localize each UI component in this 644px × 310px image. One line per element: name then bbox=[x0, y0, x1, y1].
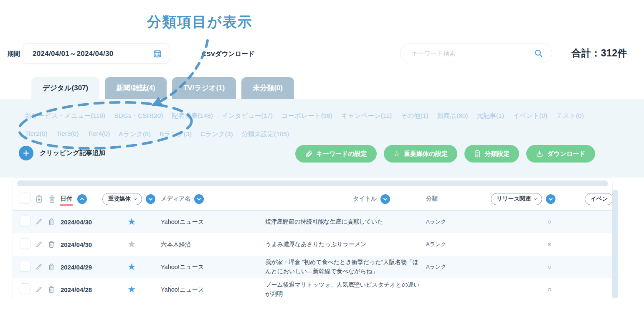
trash-icon[interactable] bbox=[48, 263, 55, 271]
category-filter-link[interactable]: 元記事(1) bbox=[477, 112, 504, 120]
category-filter-link[interactable]: テスト(0) bbox=[556, 112, 584, 120]
release-related-sort-button[interactable] bbox=[546, 194, 555, 204]
category-filter-link[interactable]: インタビュー(17) bbox=[222, 112, 273, 120]
chevron-down-icon bbox=[134, 196, 137, 200]
total-count: 合計：312件 bbox=[560, 47, 627, 60]
pencil-icon[interactable] bbox=[35, 219, 42, 225]
category-filter-link[interactable]: 新商品(80) bbox=[437, 112, 468, 120]
row-category: Aランク bbox=[426, 263, 491, 271]
chevron-down-icon bbox=[149, 196, 153, 201]
row-checkbox[interactable] bbox=[20, 216, 30, 226]
row-date: 2024/04/29 bbox=[61, 264, 102, 271]
category-filter-row-1: 新サービス・メニュー(110) SDGs・CSR(20) 記者発表(148) イ… bbox=[25, 112, 584, 120]
category-filter-link[interactable]: イベント(0) bbox=[513, 112, 547, 120]
release-related-filter-dropdown[interactable]: リリース関連 bbox=[491, 193, 542, 205]
period-date-range-value: 2024/04/01～2024/04/30 bbox=[33, 49, 153, 58]
trash-icon[interactable] bbox=[48, 218, 55, 226]
tab-tv-radio[interactable]: TV/ラジオ(1) bbox=[172, 77, 236, 99]
category-filter-link[interactable]: Tier3(0) bbox=[56, 130, 79, 139]
row-checkbox[interactable] bbox=[20, 238, 30, 249]
search-icon[interactable] bbox=[534, 48, 543, 58]
pencil-icon[interactable] bbox=[35, 241, 42, 248]
date-column-header[interactable]: 日付 bbox=[61, 195, 72, 203]
download-icon bbox=[536, 150, 543, 158]
keyword-search-input[interactable] bbox=[411, 50, 534, 57]
row-checkbox[interactable] bbox=[20, 261, 30, 272]
row-release-related: ○ bbox=[491, 263, 585, 271]
category-filter-link[interactable]: キャンペーン(11) bbox=[341, 112, 392, 120]
media-clipping-page: 期間 2024/04/01～2024/04/30 CSVダウンロード 合計：31… bbox=[0, 0, 644, 310]
chevron-down-icon bbox=[549, 196, 553, 201]
bulk-trash-icon[interactable] bbox=[48, 195, 56, 203]
event-related-filter-dropdown[interactable]: イベン bbox=[585, 193, 613, 205]
download-button[interactable]: ダウンロード bbox=[526, 145, 595, 163]
classification-settings-button[interactable]: 分類設定 bbox=[464, 145, 519, 163]
chevron-down-icon bbox=[197, 196, 201, 201]
table-row: 2024/04/30 ★ 六本木経済 うまみ濃厚なあさりたっぷりラーメン Aラン… bbox=[13, 233, 612, 256]
bulk-copy-doc-icon[interactable] bbox=[35, 195, 43, 203]
star-outline-icon: ☆ bbox=[393, 150, 400, 158]
trash-icon[interactable] bbox=[48, 286, 55, 293]
row-release-related: ○ bbox=[491, 286, 585, 293]
star-icon[interactable]: ★ bbox=[127, 217, 136, 226]
category-filter-link[interactable]: Tier2(0) bbox=[25, 130, 48, 139]
media-name-column-header: メディア名 bbox=[161, 195, 190, 203]
row-title[interactable]: うまみ濃厚なあさりたっぷりラーメン bbox=[265, 240, 426, 249]
category-column-header: 分類 bbox=[426, 195, 438, 202]
tab-digital[interactable]: デジタル(307) bbox=[31, 77, 99, 99]
important-media-sort-button[interactable] bbox=[146, 194, 155, 204]
category-filter-link[interactable]: Bランク(3) bbox=[160, 130, 192, 139]
select-all-checkbox[interactable] bbox=[20, 193, 30, 203]
keyword-search bbox=[400, 43, 552, 63]
date-sort-button[interactable] bbox=[77, 194, 87, 204]
star-icon[interactable]: ★ bbox=[127, 262, 136, 272]
star-icon[interactable]: ★ bbox=[127, 285, 136, 294]
row-title[interactable]: 焼津産鰹節の持続可能な生産に貢献していた bbox=[265, 217, 426, 226]
important-media-settings-button[interactable]: ☆ 重要媒体の設定 bbox=[384, 145, 458, 163]
row-media-name: Yahoo!ニュース bbox=[161, 218, 265, 226]
tab-unclassified[interactable]: 未分類(0) bbox=[241, 77, 294, 99]
category-filter-link[interactable]: 分類未設定(105) bbox=[242, 130, 289, 139]
tab-newspaper-magazine[interactable]: 新聞/雑誌(4) bbox=[105, 77, 167, 99]
category-filter-link[interactable]: 新サービス・メニュー(110) bbox=[25, 112, 105, 120]
category-filter-link[interactable]: その他(1) bbox=[401, 112, 428, 120]
category-filter-link[interactable]: 記者発表(148) bbox=[172, 112, 213, 120]
category-filter-link[interactable]: Aランク(8) bbox=[119, 130, 151, 139]
actions-row: クリッピング記事追加 キーワードの設定 ☆ 重要媒体の設定 bbox=[0, 145, 644, 163]
table-header-row: 日付 重要媒体 メディア名 タイトル 分類 bbox=[13, 188, 612, 211]
keyword-settings-button[interactable]: キーワードの設定 bbox=[295, 145, 376, 163]
trash-icon[interactable] bbox=[48, 241, 55, 248]
row-date: 2024/04/30 bbox=[61, 219, 102, 226]
annotation-label: 分類項目が表示 bbox=[147, 13, 253, 32]
calendar-icon[interactable] bbox=[153, 49, 162, 58]
paperclip-icon bbox=[305, 150, 312, 158]
table-row: 2024/04/28 ★ Yahoo!ニュース ブーム後退マリトッツォ、人気底堅… bbox=[13, 278, 612, 299]
category-filter-link[interactable]: コーポレート(98) bbox=[281, 112, 332, 120]
row-checkbox[interactable] bbox=[20, 283, 30, 294]
row-category: Aランク bbox=[426, 218, 491, 226]
add-clipping-button[interactable] bbox=[19, 146, 33, 160]
row-title[interactable]: ブーム後退マリトッツォ、人気底堅いピスタチオとの違いが判明 bbox=[265, 280, 426, 298]
row-date: 2024/04/30 bbox=[61, 241, 102, 248]
period-date-range-input[interactable]: 2024/04/01～2024/04/30 bbox=[23, 43, 169, 64]
table-row: 2024/04/29 ★ Yahoo!ニュース 我が家・坪倉 “初めて食べたとき… bbox=[13, 256, 612, 278]
category-filter-link[interactable]: Tier4(0) bbox=[87, 130, 110, 139]
pencil-icon[interactable] bbox=[35, 286, 42, 293]
star-icon[interactable]: ★ bbox=[127, 240, 136, 249]
category-filter-link[interactable]: Cランク(3) bbox=[200, 130, 233, 139]
add-clipping-label[interactable]: クリッピング記事追加 bbox=[40, 149, 105, 158]
horizontal-scrollbar[interactable] bbox=[17, 180, 608, 186]
filter-panel: 新サービス・メニュー(110) SDGs・CSR(20) 記者発表(148) イ… bbox=[0, 99, 644, 178]
title-sort-button[interactable] bbox=[380, 194, 390, 204]
category-filter-link[interactable]: SDGs・CSR(20) bbox=[114, 112, 163, 120]
csv-download-button[interactable]: CSVダウンロード bbox=[202, 50, 255, 58]
pencil-icon[interactable] bbox=[35, 264, 42, 270]
results-table: 日付 重要媒体 メディア名 タイトル 分類 bbox=[13, 177, 613, 299]
vertical-scrollbar[interactable] bbox=[612, 190, 618, 298]
row-media-name: Yahoo!ニュース bbox=[161, 286, 265, 294]
important-media-filter-dropdown[interactable]: 重要媒体 bbox=[102, 193, 142, 205]
row-title[interactable]: 我が家・坪倉 “初めて食べたとき衝撃だった”大阪名物「ほんとにおいしい…新幹線で… bbox=[265, 258, 426, 276]
media-name-sort-button[interactable] bbox=[194, 194, 204, 204]
period-label: 期間 bbox=[8, 50, 20, 58]
plus-icon bbox=[23, 150, 30, 157]
